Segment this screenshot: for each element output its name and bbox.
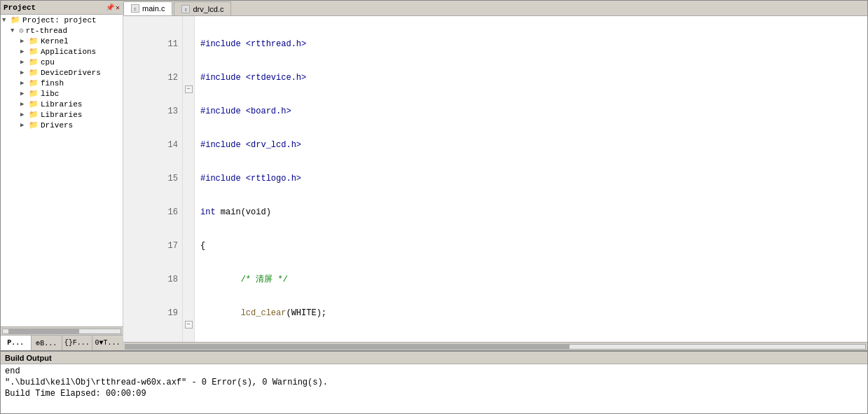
toggle-libc[interactable]: ▶ [20, 90, 29, 97]
line-num-15: 15 [128, 173, 178, 184]
tree-label-libraries1: Libraries [41, 100, 82, 109]
toggle-applications[interactable]: ▶ [20, 48, 29, 55]
code-line-12: #include <rtdevice.h> [200, 72, 862, 83]
panel-title: Project [4, 4, 36, 12]
panel-pin-icon[interactable]: 📌 [106, 4, 114, 12]
line-num-11: 11 [128, 39, 178, 50]
code-editor[interactable]: 11 12 13 14 15 16 17 18 19 20 21 22 23 2… [123, 16, 867, 342]
fold-11 [184, 16, 193, 27]
folder-libraries2-icon: 📁 [29, 110, 39, 119]
editor-panel: c main.c c drv_lcd.c 11 12 13 14 15 16 [123, 1, 867, 350]
fold-29 [184, 218, 193, 229]
tree-item-rtthread[interactable]: ▼ ⚙ rt-thread [1, 25, 123, 36]
toggle-finsh[interactable]: ▶ [20, 79, 29, 87]
tree-label-cpu: cpu [41, 58, 55, 67]
code-line-15: #include <rttlogo.h> [200, 173, 862, 184]
tree-label-kernel: Kernel [41, 37, 69, 46]
build-output-content[interactable]: end ".\build\keil\Obj\rtthread-w60x.axf"… [1, 364, 867, 413]
toggle-devicedrivers[interactable]: ▶ [20, 69, 29, 76]
code-line-16: int main(void) [200, 207, 862, 218]
fold-17[interactable]: − [184, 83, 193, 95]
fold-22 [184, 139, 193, 151]
build-line-2: ".\build\keil\Obj\rtthread-w60x.axf" - 0… [5, 377, 863, 388]
tree-item-applications[interactable]: ▶ 📁 Applications [1, 46, 123, 57]
rtthread-icon: ⚙ [19, 26, 24, 35]
tree-hscroll[interactable] [1, 326, 123, 335]
fold-32 [184, 251, 193, 263]
tree-label-finsh: finsh [41, 79, 64, 88]
tree-label-rtthread: rt-thread [26, 27, 67, 35]
build-output-title: Build Output [5, 354, 52, 362]
code-line-18: /* 清屏 */ [200, 274, 862, 285]
toggle-libraries2[interactable]: ▶ [20, 111, 29, 118]
tree-item-cpu[interactable]: ▶ 📁 cpu [1, 57, 123, 67]
folder-libraries1-icon: 📁 [29, 99, 39, 109]
fold-38[interactable]: − [184, 319, 193, 330]
fold-39 [184, 330, 193, 341]
tab-functions[interactable]: {}F... [62, 336, 93, 350]
fold-27 [184, 195, 193, 207]
folder-cpu-icon: 📁 [29, 57, 39, 67]
tab-project[interactable]: P... [1, 336, 32, 350]
toggle-cpu[interactable]: ▶ [20, 58, 29, 66]
fold-26 [184, 184, 193, 195]
line-num-18: 18 [128, 274, 178, 285]
code-line-14: #include <drv_lcd.h> [200, 139, 862, 151]
toggle-kernel[interactable]: ▶ [20, 37, 29, 45]
tree-item-root[interactable]: ▼ 📁 Project: project [1, 15, 123, 25]
tree-item-devicedrivers[interactable]: ▶ 📁 DeviceDrivers [1, 67, 123, 78]
panel-close-icon[interactable]: ✕ [116, 4, 120, 12]
tab-drv-lcd-c-label: drv_lcd.c [193, 5, 223, 13]
fold-16 [184, 72, 193, 83]
panel-controls: 📌 ✕ [106, 4, 120, 12]
panel-header: Project 📌 ✕ [1, 1, 123, 15]
build-output-header: Build Output [1, 352, 867, 364]
tab-drv-lcd-c-icon: c [181, 5, 190, 13]
code-content[interactable]: #include <rtthread.h> #include <rtdevice… [195, 16, 867, 342]
tab-templates[interactable]: 0▼T... [92, 336, 123, 350]
tree-label-drivers: Drivers [41, 121, 73, 130]
tree-item-drivers[interactable]: ▶ 📁 Drivers [1, 120, 123, 130]
tree-label-applications: Applications [41, 48, 96, 56]
editor-hscroll[interactable] [123, 342, 867, 350]
toggle-rtthread[interactable]: ▼ [11, 27, 19, 34]
build-line-1: end [5, 366, 863, 377]
line-num-13: 13 [128, 106, 178, 117]
main-window: Project 📌 ✕ ▼ 📁 Project: project ▼ ⚙ rt [0, 0, 868, 414]
left-panel-tabs: P... ⊕B... {}F... 0▼T... [1, 335, 123, 350]
toggle-root[interactable]: ▼ [2, 17, 11, 24]
tree-item-libraries1[interactable]: ▶ 📁 Libraries [1, 99, 123, 109]
tree-label-libraries2: Libraries [41, 111, 82, 119]
folder-drivers-icon: 📁 [29, 120, 39, 130]
tree-item-kernel[interactable]: ▶ 📁 Kernel [1, 36, 123, 46]
tab-drv-lcd-c[interactable]: c drv_lcd.c [174, 1, 231, 15]
fold-13 [184, 39, 193, 50]
fold-28 [184, 207, 193, 218]
tab-main-c[interactable]: c main.c [123, 1, 172, 15]
fold-12 [184, 27, 193, 39]
fold-20 [184, 117, 193, 128]
line-num-19: 19 [128, 308, 178, 319]
fold-24 [184, 162, 193, 173]
main-layout: Project 📌 ✕ ▼ 📁 Project: project ▼ ⚙ rt [1, 1, 867, 350]
fold-14 [184, 50, 193, 61]
toggle-drivers[interactable]: ▶ [20, 121, 29, 129]
tab-books[interactable]: ⊕B... [32, 336, 62, 350]
tree-item-finsh[interactable]: ▶ 📁 finsh [1, 78, 123, 88]
tree-item-libc[interactable]: ▶ 📁 libc [1, 88, 123, 99]
fold-37 [184, 308, 193, 319]
toggle-libraries1[interactable]: ▶ [20, 100, 29, 108]
build-line-3: Build Time Elapsed: 00:00:09 [5, 388, 863, 399]
line-num-17: 17 [128, 240, 178, 251]
build-output-panel: Build Output end ".\build\keil\Obj\rtthr… [1, 350, 867, 413]
line-num-12: 12 [128, 72, 178, 83]
fold-33 [184, 263, 193, 274]
line-num-14: 14 [128, 139, 178, 151]
fold-18 [184, 95, 193, 106]
fold-34 [184, 274, 193, 285]
fold-25 [184, 173, 193, 184]
code-line-17: { [200, 240, 862, 251]
tree-item-libraries2[interactable]: ▶ 📁 Libraries [1, 109, 123, 120]
fold-36 [184, 296, 193, 308]
folder-libc-icon: 📁 [29, 89, 39, 98]
